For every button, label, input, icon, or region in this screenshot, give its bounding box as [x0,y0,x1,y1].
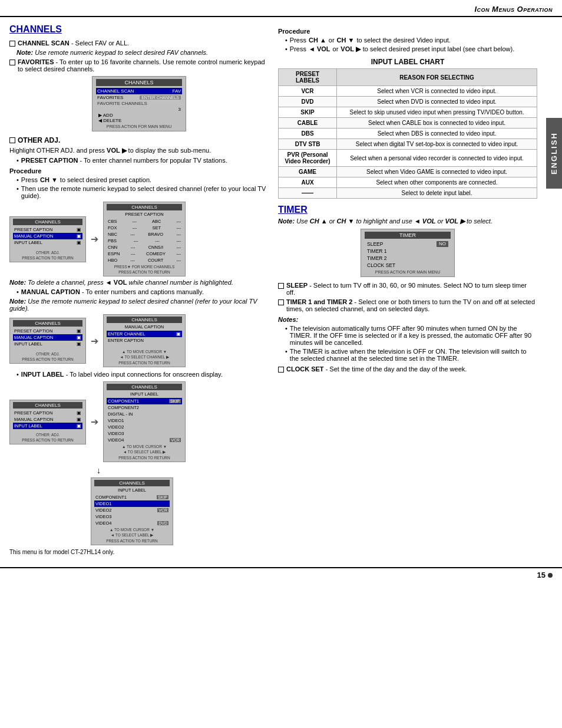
other-adj-item: OTHER ADJ. [9,136,269,144]
clock-set-item: CLOCK SET - Set the time of the day and … [278,365,537,373]
channels-title: CHANNELS [9,24,269,35]
sleep-checkbox [278,283,284,289]
preset-caption-item: PRESET CAPTION - To enter channel number… [16,157,269,164]
arrow-right-3: ➔ [91,416,98,427]
chart-row-aux: AUX Select when other components are con… [279,177,537,188]
input-label-screen1: CHANNELS PRESET CAPTION▣ MANUAL CAPTION▣… [9,400,86,444]
note2: Note: To delete a channel, press ◄ VOL w… [9,279,269,286]
note3: Note: Use the remote numeric keypad to s… [9,298,269,312]
channel-scan-checkbox [9,41,15,47]
screen-row-ch-scan: CHANNEL SCANFAV [96,88,182,94]
channel-scan-text: CHANNEL SCAN - Select FAV or ALL. [18,39,129,47]
notes-item1: The television automatically turns OFF a… [285,325,537,346]
right-proc1: Press CH ▲ or CH ▼ to select the desired… [285,37,537,44]
right-column: Procedure Press CH ▲ or CH ▼ to select t… [278,24,537,555]
preset-caption-screen1: CHANNELS PRESET CAPTION▣ MANUAL CAPTION▣… [9,216,86,262]
note-channel-scan: Note: Use remote numeric keypad to selec… [16,49,269,56]
timer-title: TIMER [278,205,537,215]
page-dot [548,573,553,578]
sleep-text: SLEEP - Select to turn TV off in 30, 60,… [286,282,537,296]
chart-row-vcr: VCR Select when VCR is connected to vide… [279,86,537,97]
chart-row-skip: SKIP Select to skip unused video input w… [279,107,537,118]
preset-caption-screens: CHANNELS PRESET CAPTION▣ MANUAL CAPTION▣… [9,202,269,276]
arrow-right-2: ➔ [91,335,98,347]
channel-scan-item: CHANNEL SCAN - Select FAV or ALL. [9,39,269,47]
screen-add-delete: ▶ ADD ◀ DELETE [96,113,182,123]
model-note: This menu is for model CT-27HL14 only. [9,549,269,555]
notes-item2: The TIMER is active when the television … [285,348,537,362]
timer12-checkbox [278,299,284,305]
screen-row-favorites: FAVORITESENTER CHANNELS [96,94,182,101]
manual-caption-screens: CHANNELS PRESET CAPTION▣ MANUAL CAPTION▣… [9,314,269,367]
chart-row-blank: —— Select to delete input label. [279,188,537,199]
input-label-screen3: CHANNELS INPUT LABEL COMPONENT1SKIP VIDE… [91,477,173,545]
page-header: Icon Menus Operation [0,0,562,17]
timer12-text: TIMER 1 and TIMER 2 - Select one or both… [286,298,537,312]
preset-caption-screen2: CHANNELS PRESET CAPTION CBS---ABC--- FOX… [103,202,186,276]
chart-header-preset: PRESETLABELS [279,69,337,86]
manual-caption-screen2: CHANNELS MANUAL CAPTION ENTER CHANNEL▣ E… [103,314,186,367]
input-label-chart: PRESETLABELS REASON FOR SELECTING VCR Se… [278,68,537,199]
down-arrow: ↓ [97,466,101,475]
proc1-item2: Then use the remote numeric keypad to se… [16,185,269,199]
input-label-screen2: CHANNELS INPUT LABEL COMPONENT1SKIP COMP… [103,381,186,462]
chart-row-cable: CABLE Select when CABLE box is connected… [279,118,537,129]
timer12-item: TIMER 1 and TIMER 2 - Select one or both… [278,298,537,312]
manual-caption-item: MANUAL CAPTION - To enter numbers and ca… [16,288,269,295]
arrow-right-1: ➔ [91,233,98,245]
input-label-row2: ↓ CHANNELS INPUT LABEL COMPONENT1SKIP VI… [9,466,269,545]
header-title: Icon Menus Operation [474,5,553,14]
clock-set-text: CLOCK SET - Set the time of the day and … [286,365,467,373]
chart-row-dtvstb: DTV STB Select when digital TV set-top-b… [279,139,537,150]
manual-caption-screen1: CHANNELS PRESET CAPTION▣ MANUAL CAPTION▣… [9,318,86,364]
other-adj-intro: Highlight OTHER ADJ. and press VOL ▶ to … [9,147,269,154]
input-label-item: INPUT LABEL - To label video input conne… [16,371,269,378]
favorites-item: FAVORITES - To enter up to 16 favorite c… [9,58,269,73]
favorites-text: FAVORITES - To enter up to 16 favorite c… [18,58,269,73]
chart-row-pvr: PVR (PersonalVideo Recorder) Select when… [279,150,537,167]
screen-title-channels: CHANNELS [96,79,182,86]
notes-label: Notes: [278,316,537,323]
timer-screen-mock: TIMER SLEEPNO TIMER 1 TIMER 2 CLOCK SET … [361,229,455,277]
chart-row-game: GAME Select when Video GAME is connected… [279,167,537,177]
chart-row-dbs: DBS Select when DBS is connected to vide… [279,129,537,139]
favorites-checkbox [9,60,15,65]
chart-title: INPUT LABEL CHART [278,58,537,66]
channels-screen-mock: CHANNELS CHANNEL SCANFAV FAVORITESENTER … [92,76,186,131]
main-content: CHANNELS CHANNEL SCAN - Select FAV or AL… [0,17,562,562]
input-label-screens: CHANNELS PRESET CAPTION▣ MANUAL CAPTION▣… [9,381,269,545]
page-footer: 15 [0,567,562,582]
chart-row-dvd: DVD Select when DVD is connected to vide… [279,97,537,107]
screen-footer-channels: PRESS ACTION FOR MAIN MENU [96,124,182,129]
sleep-item: SLEEP - Select to turn TV off in 30, 60,… [278,282,537,296]
input-label-row1: CHANNELS PRESET CAPTION▣ MANUAL CAPTION▣… [9,381,269,462]
right-proc2: Press ◄ VOL or VOL ▶ to select desired p… [285,45,537,53]
screen-row-num: 3 [96,106,182,113]
procedure-label-right: Procedure [278,28,537,35]
chart-header-reason: REASON FOR SELECTING [337,69,537,86]
screen-sub-fav-channels: FAVORITE CHANNELS [96,101,182,106]
timer-note: Note: Use CH ▲ or CH ▼ to highlight and … [278,218,537,225]
english-tab: ENGLISH [546,118,562,189]
clock-set-checkbox [278,367,284,373]
other-adj-checkbox [9,137,15,143]
page-number: 15 [537,571,546,579]
procedure-label-1: Procedure [9,167,269,174]
other-adj-title: OTHER ADJ. [18,136,60,144]
left-column: CHANNELS CHANNEL SCAN - Select FAV or AL… [9,24,269,555]
proc1-item1: Press CH ▼ to select desired preset capt… [16,176,269,183]
